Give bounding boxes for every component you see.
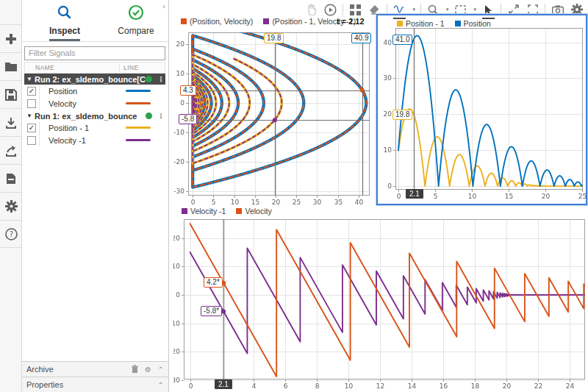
run-menu-icon[interactable]: ⋮ xyxy=(157,113,165,119)
cursor-value-tag-position[interactable]: 41.0 xyxy=(392,35,412,45)
signal-checkbox[interactable]: ✓ xyxy=(27,87,36,96)
run-row-current[interactable]: ▼ Run 2: ex_sldemo_bounce[Current] ⋮ xyxy=(24,74,165,85)
legend-swatch xyxy=(236,208,242,214)
replay-button[interactable] xyxy=(323,3,337,17)
run-row-run1[interactable]: ▼ Run 1: ex_sldemo_bounce ⋮ xyxy=(24,110,165,121)
gear-icon xyxy=(5,200,18,213)
line-style-swatch[interactable] xyxy=(126,139,151,141)
archive-label: Archive xyxy=(26,365,125,374)
import-button[interactable] xyxy=(0,108,22,136)
tab-compare-label: Compare xyxy=(118,26,154,39)
time-cursor-tag[interactable]: 2.1 xyxy=(406,189,423,199)
open-folder-button[interactable] xyxy=(0,52,22,80)
document-icon xyxy=(6,173,16,185)
trash-icon[interactable] xyxy=(132,365,138,374)
signal-row-velocity-1[interactable]: Velocity -1 xyxy=(24,134,165,146)
pan-hand-icon xyxy=(304,3,318,17)
fit-dropdown-caret-icon[interactable]: ▾ xyxy=(473,7,476,13)
legend-swatch xyxy=(182,208,187,214)
signal-name: Position xyxy=(40,87,120,96)
export-button[interactable] xyxy=(0,136,22,164)
archive-settings-gear-icon[interactable]: ⚙ xyxy=(145,366,151,374)
run-menu-icon[interactable]: ⋮ xyxy=(157,76,165,82)
cursor-value-tag-velocity-1[interactable]: -5.8 xyxy=(179,114,197,124)
line-style-swatch[interactable] xyxy=(126,102,151,104)
archive-section-bar[interactable]: Archive ⚙ ⌃ xyxy=(22,361,168,377)
run-name: Run 2: ex_sldemo_bounce[Current] xyxy=(35,75,146,84)
archive-collapse-chevron-icon[interactable]: ⌃ xyxy=(158,366,164,374)
cursor-value-tag-velocity[interactable]: 4.3 xyxy=(180,85,196,96)
export-arrow-icon xyxy=(5,145,17,157)
run-name: Run 1: ex_sldemo_bounce xyxy=(35,112,146,121)
velocity-time-plot-canvas[interactable] xyxy=(173,216,588,392)
signal-table-header: NAME LINE xyxy=(24,62,165,74)
magnifier-icon xyxy=(57,10,73,23)
signal-row-velocity[interactable]: Velocity xyxy=(24,97,165,110)
properties-label: Properties xyxy=(26,380,151,389)
floppy-icon xyxy=(5,89,17,101)
legend-label: (Position, Velocity) xyxy=(190,17,253,26)
time-cursor-tag[interactable]: 2.1 xyxy=(215,379,232,389)
xy-phase-plot-canvas[interactable] xyxy=(171,29,376,209)
simulation-data-inspector: ? Inspect Compare ‹ NAME LINE ▼ xyxy=(0,0,588,392)
signal-trace-dropdown-caret-icon[interactable]: ▾ xyxy=(412,7,415,13)
cursor-value-tag-velocity-1[interactable]: -5.8* xyxy=(201,306,222,316)
signal-name: Velocity -1 xyxy=(40,136,120,145)
position-time-plot-canvas[interactable] xyxy=(382,25,587,203)
run-status-dot xyxy=(146,76,152,82)
tab-inspect[interactable]: Inspect xyxy=(33,4,96,41)
signal-checkbox[interactable] xyxy=(27,99,36,108)
question-icon: ? xyxy=(5,228,18,240)
collapse-panel-chevron-icon[interactable]: ‹ xyxy=(162,1,165,10)
line-column-header: LINE xyxy=(119,64,165,71)
cursor-value-tag-position[interactable]: 40.9 xyxy=(351,33,371,43)
zoom-dropdown-caret-icon[interactable]: ▾ xyxy=(446,7,449,13)
legend-swatch xyxy=(263,18,269,24)
name-column-header: NAME xyxy=(25,64,119,71)
help-button[interactable]: ? xyxy=(0,220,22,248)
tab-compare[interactable]: Compare xyxy=(104,4,168,39)
legend-swatch xyxy=(181,18,187,24)
add-button[interactable] xyxy=(0,24,22,52)
cursor-value-tag-velocity[interactable]: 4.2* xyxy=(204,277,223,288)
signal-row-position-1[interactable]: ✓ Position - 1 xyxy=(24,121,165,134)
signal-table: NAME LINE ▼ Run 2: ex_sldemo_bounce[Curr… xyxy=(24,62,165,146)
signal-browser-panel: Inspect Compare ‹ NAME LINE ▼ Run 2: ex_… xyxy=(22,0,169,392)
svg-text:?: ? xyxy=(9,230,12,238)
properties-section-bar[interactable]: Properties ⌃ xyxy=(22,377,168,392)
signal-row-position[interactable]: ✓ Position xyxy=(24,85,165,97)
signal-checkbox[interactable] xyxy=(27,136,36,145)
xy-plot-legend: (Position, Velocity) (Position - 1, Velo… xyxy=(181,17,356,26)
import-arrow-icon xyxy=(5,117,17,129)
run-expand-caret-icon[interactable]: ▼ xyxy=(24,113,35,119)
preferences-button[interactable] xyxy=(0,192,22,220)
properties-collapse-chevron-icon[interactable]: ⌃ xyxy=(158,381,164,389)
line-style-swatch[interactable] xyxy=(126,126,151,129)
browser-tabs: Inspect Compare ‹ xyxy=(22,0,168,42)
tab-inspect-label: Inspect xyxy=(49,26,80,41)
app-icon-strip: ? xyxy=(0,0,22,392)
plus-icon xyxy=(4,32,18,46)
cursor-value-tag-position-1[interactable]: 19.8 xyxy=(264,33,284,43)
save-button[interactable] xyxy=(0,80,22,108)
cursor-value-tag-position-1[interactable]: 19.8 xyxy=(392,110,412,120)
filter-signals-input[interactable] xyxy=(24,46,165,60)
signal-name: Position - 1 xyxy=(40,124,120,132)
line-style-swatch[interactable] xyxy=(126,90,151,92)
signal-name: Velocity xyxy=(40,99,120,108)
run-status-dot xyxy=(146,113,152,119)
cursor-time-readout: t = 2.12 xyxy=(337,17,365,26)
run-expand-caret-icon[interactable]: ▼ xyxy=(24,76,35,82)
signal-checkbox[interactable]: ✓ xyxy=(27,124,36,132)
report-button[interactable] xyxy=(0,164,22,192)
folder-icon xyxy=(4,62,18,72)
check-circle-icon xyxy=(128,10,144,23)
layout-grid-button[interactable] xyxy=(348,3,362,17)
